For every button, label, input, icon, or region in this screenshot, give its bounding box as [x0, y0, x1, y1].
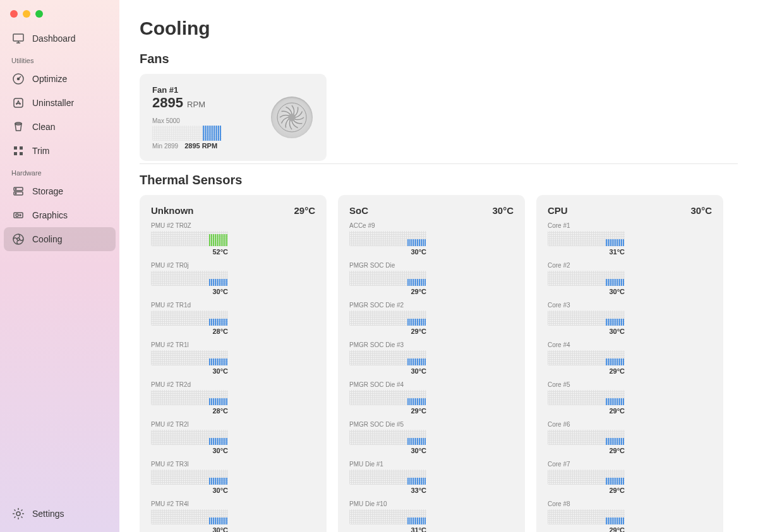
- group-name: Unknown: [151, 205, 194, 216]
- sensor-item: PMGR SOC Die29°C: [349, 262, 426, 295]
- sensor-temp: 30°C: [349, 248, 426, 256]
- sensor-chart: [151, 271, 228, 286]
- sensor-name: PMU #2 TR2d: [151, 381, 228, 388]
- sensor-name: ACCe #9: [349, 222, 426, 229]
- sensor-name: PMU #2 TR4l: [151, 500, 228, 507]
- svg-point-11: [15, 189, 16, 189]
- sensor-temp: 30°C: [548, 288, 625, 295]
- sensor-temp: 29°C: [548, 447, 625, 454]
- sensor-chart: [349, 509, 426, 524]
- sidebar-item-graphics[interactable]: Graphics: [4, 203, 116, 227]
- sidebar-item-trim[interactable]: Trim: [4, 139, 116, 163]
- sidebar-item-label: Dashboard: [32, 33, 76, 44]
- gauge-icon: [11, 72, 25, 86]
- sensor-name: PMU #2 TR0Z: [151, 222, 228, 229]
- svg-point-17: [17, 238, 20, 240]
- sensor-name: Core #6: [548, 421, 625, 428]
- sensor-name: Core #5: [548, 381, 625, 388]
- appstore-icon: [11, 96, 25, 110]
- svg-rect-8: [20, 152, 23, 155]
- sensor-chart: [151, 310, 228, 326]
- fan-current: 2895 RPM: [184, 142, 217, 150]
- sensor-name: PMU Die #10: [349, 500, 426, 507]
- sensor-temp: 29°C: [548, 487, 625, 494]
- sensor-name: PMGR SOC Die #4: [349, 381, 426, 388]
- sensor-group-unknown: Unknown 29°C PMU #2 TR0Z52°CPMU #2 TR0j3…: [140, 195, 327, 532]
- group-name: CPU: [548, 205, 568, 216]
- fan-card: Fan #1 2895 RPM Max 5000 Min 2899 2895 R…: [140, 74, 327, 161]
- sensor-chart: [151, 430, 228, 445]
- sensor-name: Core #1: [548, 222, 625, 229]
- svg-point-2: [18, 78, 20, 80]
- sensor-temp: 30°C: [151, 526, 228, 532]
- sensor-temp: 30°C: [151, 367, 228, 375]
- sensor-item: Core #131°C: [548, 222, 625, 256]
- sensor-item: ACCe #930°C: [349, 222, 426, 256]
- sensor-chart: [548, 509, 625, 524]
- sensor-temp: 29°C: [349, 288, 426, 295]
- svg-point-12: [15, 193, 16, 194]
- sidebar-item-settings[interactable]: Settings: [4, 502, 116, 526]
- sensor-temp: 33°C: [349, 487, 426, 494]
- sensor-item: PMU #2 TR1d28°C: [151, 302, 228, 335]
- sensor-temp: 30°C: [151, 487, 228, 494]
- sidebar-item-uninstaller[interactable]: Uninstaller: [4, 91, 116, 115]
- sensor-chart: [151, 231, 228, 246]
- sidebar-item-storage[interactable]: Storage: [4, 179, 116, 203]
- sidebar-section-hardware: Hardware: [4, 163, 116, 179]
- sensor-name: Core #3: [548, 302, 625, 309]
- sensor-chart: [349, 350, 426, 365]
- sensor-group-soc: SoC 30°C ACCe #930°CPMGR SOC Die29°CPMGR…: [338, 195, 525, 532]
- sensor-item: PMU #2 TR4l30°C: [151, 500, 228, 532]
- sidebar-item-label: Storage: [32, 186, 63, 196]
- fans-heading: Fans: [140, 45, 738, 74]
- page-title: Cooling: [140, 18, 738, 39]
- sensor-chart: [548, 350, 625, 365]
- svg-rect-3: [14, 98, 23, 107]
- graphics-icon: [11, 208, 25, 222]
- sensor-name: PMU #2 TR3l: [151, 461, 228, 468]
- sensor-chart: [548, 470, 625, 485]
- maximize-icon[interactable]: [35, 10, 43, 18]
- sensor-item: PMGR SOC Die #530°C: [349, 421, 426, 454]
- sensor-chart: [151, 350, 228, 365]
- sensor-name: Core #2: [548, 262, 625, 269]
- fan-rpm-value: 2895: [152, 95, 183, 110]
- sensor-item: PMU #2 TR3l30°C: [151, 461, 228, 494]
- sidebar-item-dashboard[interactable]: Dashboard: [4, 27, 116, 50]
- sidebar-item-clean[interactable]: Clean: [4, 115, 116, 139]
- sensor-temp: 52°C: [151, 248, 228, 256]
- thermal-heading: Thermal Sensors: [140, 163, 738, 195]
- sidebar-item-label: Cooling: [32, 234, 62, 244]
- sensor-temp: 31°C: [548, 248, 625, 256]
- sidebar-item-cooling[interactable]: Cooling: [4, 227, 116, 251]
- sensor-temp: 31°C: [349, 526, 426, 532]
- sensor-chart: [151, 470, 228, 485]
- sensor-chart: [349, 271, 426, 286]
- sensor-item: Core #429°C: [548, 341, 625, 375]
- svg-point-15: [20, 215, 21, 216]
- sensor-chart: [349, 231, 426, 246]
- sensor-item: PMGR SOC Die #330°C: [349, 341, 426, 375]
- sensor-item: PMU Die #1031°C: [349, 500, 426, 532]
- sensor-chart: [349, 470, 426, 485]
- sensor-chart: [349, 310, 426, 326]
- sensor-chart: [548, 310, 625, 326]
- grid-icon: [11, 144, 25, 158]
- fan-icon: [11, 232, 25, 246]
- sensor-item: Core #829°C: [548, 500, 625, 532]
- sensor-item: PMU #2 TR0j30°C: [151, 262, 228, 295]
- group-name: SoC: [349, 205, 368, 216]
- sidebar-item-label: Trim: [32, 146, 49, 156]
- close-icon[interactable]: [10, 10, 18, 18]
- sensor-chart: [349, 430, 426, 445]
- bucket-icon: [11, 120, 25, 134]
- svg-rect-7: [14, 152, 17, 155]
- svg-point-16: [13, 234, 23, 244]
- svg-point-20: [288, 114, 296, 121]
- sensor-name: Core #4: [548, 341, 625, 348]
- sensor-name: PMGR SOC Die: [349, 262, 426, 269]
- sidebar-item-optimize[interactable]: Optimize: [4, 67, 116, 91]
- fan-min: Min 2899: [152, 143, 178, 150]
- minimize-icon[interactable]: [23, 10, 30, 18]
